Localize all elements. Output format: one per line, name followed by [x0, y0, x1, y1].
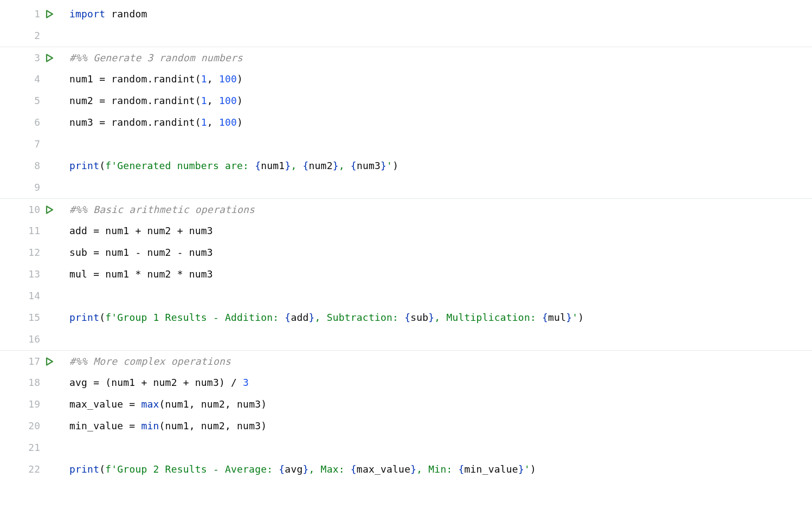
gutter: 21	[0, 441, 61, 454]
line-number: 11	[21, 224, 40, 237]
editor-line[interactable]: 5num2 = random.randint(1, 100)	[0, 90, 812, 112]
token: {	[303, 160, 309, 171]
run-cell-slot[interactable]	[40, 54, 59, 62]
token: 100	[219, 117, 237, 128]
token: 1	[201, 73, 207, 85]
code-content[interactable]: print(f'Group 2 Results - Average: {avg}…	[61, 462, 536, 476]
run-cell-icon[interactable]	[45, 54, 54, 62]
token: , Multiplication:	[434, 312, 542, 323]
gutter: 11	[0, 224, 61, 237]
editor-line[interactable]: 14	[0, 285, 812, 307]
editor-line[interactable]: 7	[0, 133, 812, 155]
gutter: 2	[0, 29, 61, 42]
token: 100	[219, 95, 237, 106]
code-content[interactable]: print(f'Group 1 Results - Addition: {add…	[61, 311, 584, 324]
editor-line[interactable]: 20min_value = min(num1, num2, num3)	[0, 415, 812, 437]
gutter: 10	[0, 203, 61, 216]
svg-marker-0	[47, 11, 53, 18]
editor-line[interactable]: 8print(f'Generated numbers are: {num1}, …	[0, 155, 812, 177]
token: '	[386, 160, 392, 171]
line-number: 14	[21, 289, 40, 302]
code-content[interactable]: add = num1 + num2 + num3	[61, 224, 213, 237]
editor-line[interactable]: 11add = num1 + num2 + num3	[0, 220, 812, 242]
editor-line[interactable]: 16	[0, 328, 812, 350]
code-content[interactable]: num2 = random.randint(1, 100)	[61, 94, 243, 107]
gutter: 19	[0, 397, 61, 411]
editor-line[interactable]: 15print(f'Group 1 Results - Addition: {a…	[0, 307, 812, 328]
token: {	[351, 160, 357, 171]
token: f'Generated numbers are:	[105, 160, 255, 171]
code-content[interactable]: print(f'Generated numbers are: {num1}, {…	[61, 159, 398, 172]
editor-line[interactable]: 21	[0, 437, 812, 459]
svg-marker-1	[47, 54, 53, 61]
token: f'Group 1 Results - Addition:	[105, 312, 285, 323]
code-editor[interactable]: 1 import random23 #%% Generate 3 random …	[0, 0, 812, 480]
run-cell-slot[interactable]	[40, 205, 59, 214]
code-content[interactable]: sub = num1 - num2 - num3	[61, 246, 213, 259]
code-content[interactable]: #%% Basic arithmetic operations	[61, 203, 255, 216]
token: 1	[201, 95, 207, 106]
gutter: 8	[0, 159, 61, 172]
editor-line[interactable]: 17 #%% More complex operations	[0, 350, 812, 372]
code-content[interactable]: num1 = random.randint(1, 100)	[61, 72, 243, 86]
token: mul	[548, 312, 566, 323]
token: min_value =	[69, 420, 141, 431]
token: print	[69, 312, 99, 323]
line-number: 5	[21, 94, 40, 107]
editor-line[interactable]: 2	[0, 25, 812, 47]
code-content[interactable]: min_value = min(num1, num2, num3)	[61, 419, 267, 433]
token: {	[404, 312, 410, 323]
line-number: 21	[21, 441, 40, 454]
token: ,	[207, 95, 219, 106]
editor-line[interactable]: 10 #%% Basic arithmetic operations	[0, 198, 812, 220]
token: (num1, num2, num3)	[159, 398, 267, 410]
token	[105, 8, 111, 20]
editor-line[interactable]: 13mul = num1 * num2 * num3	[0, 263, 812, 285]
run-cell-slot[interactable]	[40, 10, 59, 18]
editor-line[interactable]: 6num3 = random.randint(1, 100)	[0, 112, 812, 133]
token: (num1, num2, num3)	[159, 420, 267, 431]
line-number: 15	[21, 311, 40, 324]
code-content[interactable]: #%% Generate 3 random numbers	[61, 51, 243, 64]
token: num2	[309, 160, 333, 171]
token: min	[141, 420, 159, 431]
token: max	[141, 398, 159, 410]
run-cell-icon[interactable]	[45, 10, 54, 18]
line-number: 6	[21, 115, 40, 129]
editor-line[interactable]: 12sub = num1 - num2 - num3	[0, 242, 812, 263]
token: ,	[291, 160, 302, 171]
code-content[interactable]: import random	[61, 7, 147, 21]
line-number: 8	[21, 159, 40, 172]
editor-line[interactable]: 22print(f'Group 2 Results - Average: {av…	[0, 459, 812, 480]
token: }	[518, 463, 524, 475]
token: num3	[357, 160, 381, 171]
editor-line[interactable]: 1 import random	[0, 3, 812, 25]
editor-line[interactable]: 18avg = (num1 + num2 + num3) / 3	[0, 372, 812, 393]
gutter: 20	[0, 419, 61, 433]
token: num2 = random.randint(	[69, 95, 201, 106]
line-number: 2	[21, 29, 40, 42]
token: 100	[219, 73, 237, 85]
svg-marker-3	[47, 358, 53, 365]
code-content[interactable]: max_value = max(num1, num2, num3)	[61, 397, 267, 411]
editor-line[interactable]: 4num1 = random.randint(1, 100)	[0, 68, 812, 90]
token: )	[237, 73, 243, 85]
token: )	[530, 463, 536, 475]
code-content[interactable]: #%% More complex operations	[61, 354, 231, 368]
svg-marker-2	[47, 206, 53, 213]
token: max_value	[357, 463, 410, 475]
token: random	[111, 8, 147, 20]
code-content[interactable]: num3 = random.randint(1, 100)	[61, 115, 243, 129]
token: }	[333, 160, 339, 171]
code-content[interactable]: avg = (num1 + num2 + num3) / 3	[61, 376, 249, 389]
run-cell-icon[interactable]	[45, 357, 54, 366]
token: )	[578, 312, 584, 323]
editor-line[interactable]: 9	[0, 177, 812, 198]
run-cell-slot[interactable]	[40, 357, 59, 366]
code-content[interactable]: mul = num1 * num2 * num3	[61, 267, 213, 281]
run-cell-icon[interactable]	[45, 205, 54, 214]
editor-line[interactable]: 3 #%% Generate 3 random numbers	[0, 47, 812, 68]
editor-line[interactable]: 19max_value = max(num1, num2, num3)	[0, 393, 812, 415]
token: 3	[243, 377, 249, 388]
gutter: 3	[0, 51, 61, 64]
